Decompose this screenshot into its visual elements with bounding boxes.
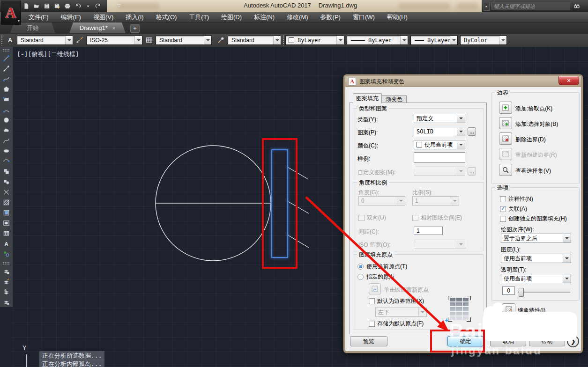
autocad-logo-icon: A bbox=[5, 4, 16, 22]
annotation-arrow bbox=[0, 0, 588, 367]
chevron-down-icon: ▾ bbox=[18, 19, 20, 23]
application-menu-button[interactable]: A ▾ bbox=[1, 0, 21, 25]
autocad-window: Autodesk AutoCAD 2017 Drawing1.dwg ▸ A ▾… bbox=[0, 0, 588, 367]
